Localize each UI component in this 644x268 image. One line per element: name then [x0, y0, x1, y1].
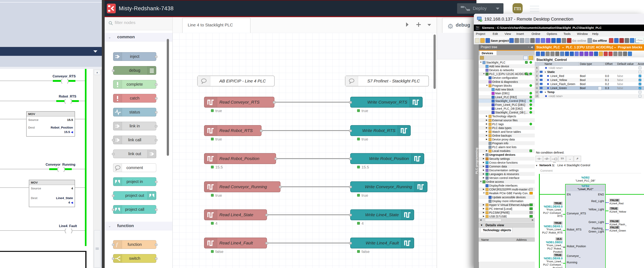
tree-item-usb-s7usb-[interactable]: ▶USB [S7USB] [479, 214, 535, 218]
tree-item-program-blocks[interactable]: ▼Program blocks [479, 84, 535, 87]
tree-item-display-more-information[interactable]: Display more information [479, 199, 535, 203]
node-output-port[interactable] [155, 258, 158, 260]
tree-item-com-rs232-ppi-multi-master-c-[interactable]: ▶COM [RS232/PPI multi-master c... [479, 187, 535, 191]
palette-node-complete[interactable]: complete [113, 80, 156, 89]
palette-category-common[interactable]: ⌄common [105, 33, 172, 41]
flow-wire[interactable] [266, 243, 351, 244]
search-input[interactable] [114, 20, 168, 25]
tab-scroll-right-icon[interactable] [405, 22, 409, 27]
network-collapse-icon[interactable]: ▼ [536, 164, 538, 167]
node-output-port[interactable] [260, 130, 263, 132]
lad-network-canvas[interactable]: %FB2 "Line4_PLC"ENENOConveyor_RTSRobot_R… [535, 174, 644, 268]
editor-toolbar-icon[interactable] [570, 52, 574, 56]
node-input-port[interactable] [112, 209, 114, 211]
tree-expand-icon[interactable]: ▶ [483, 215, 484, 217]
toolbar-icon[interactable] [546, 38, 550, 43]
deploy-caret-icon[interactable] [496, 8, 500, 10]
palette-node-debug[interactable]: debug [113, 66, 156, 75]
column-header-default-value[interactable]: Default value [616, 62, 636, 66]
tree-item-realtek-pcie-gbe-family-con-[interactable]: ▼Realtek PCIe GBE Family Con... [479, 191, 535, 195]
toolbar-icon[interactable] [480, 38, 485, 43]
menu-window[interactable]: Window [577, 32, 588, 35]
tree-item-stacklight-plc[interactable]: ▼Stacklight_PLC✓ [479, 60, 535, 64]
menu-project[interactable]: Project [476, 32, 485, 35]
panel-collapse-icon[interactable]: ◀ [531, 45, 533, 48]
write-node[interactable]: Write Conveyor_Running [350, 181, 428, 192]
node-input-port[interactable] [112, 244, 114, 246]
editor-toolbar-icon[interactable] [623, 52, 627, 56]
tree-item-version-control-interface[interactable]: ▶Version control interface [479, 176, 535, 180]
read-node[interactable]: Read Robot_RTS [204, 125, 262, 136]
tree-expand-icon[interactable]: ▶ [483, 177, 484, 179]
scroll-thumb[interactable] [485, 219, 502, 222]
editor-toolbar-icon[interactable] [584, 52, 588, 56]
tree-expand-icon[interactable]: ▶ [483, 204, 484, 206]
tree-expand-icon[interactable]: ▶ [483, 165, 484, 167]
read-node[interactable]: Read Conveyor_Running [204, 181, 280, 192]
tree-item-plcsim-pn-ie-[interactable]: ▶PLCSIM [PN/IE] [479, 211, 535, 214]
toolbar-icon[interactable] [551, 38, 556, 43]
flow-canvas[interactable]: AB EIP/CIP - Line 4 PLCS7 Profinet - Sta… [172, 33, 437, 268]
node-input-port[interactable] [112, 139, 114, 141]
node-input-port[interactable] [349, 242, 352, 245]
menu-tools[interactable]: Tools [564, 32, 570, 35]
toolbar-icon[interactable] [514, 38, 519, 43]
toolbar-icon[interactable] [556, 38, 561, 43]
node-input-port[interactable] [112, 153, 114, 155]
tree-item-online-backups[interactable]: ▶Online backups [479, 134, 535, 137]
accessible-checkbox[interactable]: ✓ [638, 79, 642, 81]
table-row[interactable]: 12▼Temp [535, 90, 644, 94]
flow-wire[interactable] [280, 186, 351, 187]
tree-item-security-settings[interactable]: ▶Security settings [479, 157, 535, 161]
tab-list-caret-icon[interactable] [427, 23, 432, 26]
editor-toolbar-icon[interactable] [580, 52, 584, 56]
write-node[interactable]: Write Line4_Fault [350, 238, 414, 249]
tree-item-device-proxy-data[interactable]: ▶Device proxy data [479, 137, 535, 141]
read-node[interactable]: Read Robot_Position [204, 153, 276, 164]
datatype-picker-icon[interactable] [598, 86, 602, 90]
fb-call-block[interactable]: %FB2 "Line4_PLC"ENENOConveyor_RTSRobot_R… [565, 184, 606, 268]
editor-toolbar-icon[interactable] [608, 52, 612, 56]
node-input-port[interactable] [349, 158, 352, 160]
chevron-down-icon[interactable]: ⌄ [108, 35, 111, 39]
tree-item-display-hide-interfaces[interactable]: Display/hide interfaces [479, 184, 535, 187]
toolbar-icon[interactable] [509, 38, 514, 43]
tree-collapse-icon[interactable]: ▼ [480, 61, 482, 63]
node-output-port[interactable] [155, 244, 158, 246]
network-comment-field[interactable]: Comment [540, 169, 641, 173]
deploy-button[interactable]: Deploy [457, 3, 504, 14]
node-output-port[interactable] [155, 56, 158, 58]
breadcrumb-item[interactable]: PLC_1 [CPU 1212C AC/DC/Rly] [566, 45, 613, 49]
tree-collapse-icon[interactable]: ▼ [486, 84, 488, 86]
node-input-port[interactable] [349, 130, 352, 132]
tree-item-plc-tags[interactable]: ▶PLC tags [479, 122, 535, 126]
flow-wire[interactable] [275, 158, 351, 159]
palette-node-link-out[interactable]: link out [113, 150, 156, 158]
accessible-checkbox[interactable] [638, 66, 642, 69]
palette-node-link-in[interactable]: link in [113, 122, 156, 130]
node-input-port[interactable] [112, 258, 114, 260]
palette-node-status[interactable]: status [113, 108, 156, 116]
table-row[interactable]: 9Line4_YellowBool0.1false✓ [535, 78, 644, 82]
write-node[interactable]: Write Conveyor_RTS [350, 97, 422, 108]
tree-expand-icon[interactable]: ▶ [486, 150, 488, 152]
chevron-down-icon[interactable]: ⌄ [108, 224, 111, 228]
node-output-port[interactable] [155, 181, 158, 183]
table-row[interactable]: 10Line4_Flash_GreenBool0.2false✓ [535, 82, 644, 86]
palette-node-function[interactable]: ffunction [113, 240, 156, 249]
lad-symbol-button[interactable]: —( )— [551, 156, 558, 162]
network-header[interactable]: ▼ Network 1: Line 4 Stacklight Control [536, 163, 590, 167]
node-output-port[interactable] [265, 242, 268, 245]
flow-wire[interactable] [261, 130, 351, 131]
toolbar-icon[interactable] [520, 38, 524, 43]
tree-expand-icon[interactable]: ▶ [483, 153, 484, 156]
scroll-up-icon[interactable]: ▲ [94, 70, 100, 75]
palette-category-function[interactable]: ⌄function [105, 222, 172, 230]
flow-wire[interactable] [274, 102, 351, 103]
go-online-label[interactable]: Go online [572, 39, 586, 42]
editor-toolbar-icon[interactable] [618, 52, 622, 56]
toolbar-icon[interactable] [625, 38, 629, 43]
toolbar-icon[interactable] [630, 38, 634, 43]
column-header-name[interactable]: Name [544, 62, 579, 66]
editor-toolbar-icon[interactable] [589, 52, 593, 56]
